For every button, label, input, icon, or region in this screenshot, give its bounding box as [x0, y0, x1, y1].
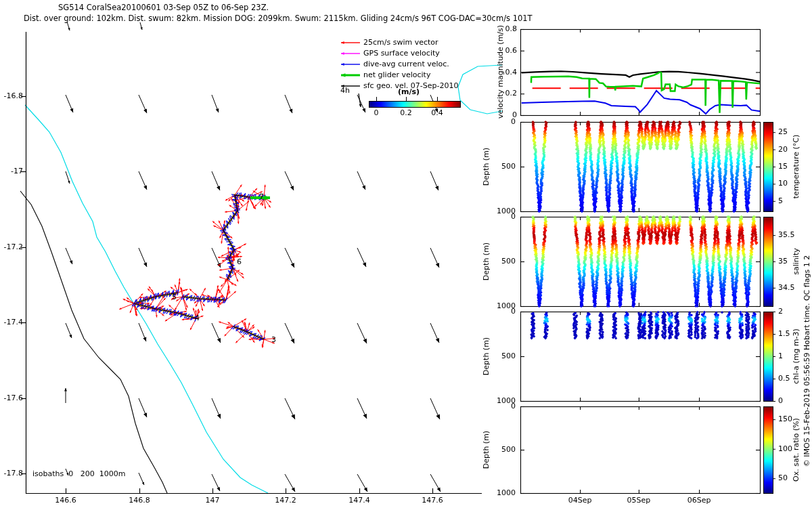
depth-y-tick-label: 0: [497, 308, 516, 316]
map-y-tick-label: -17.8: [1, 469, 23, 478]
depth-y-tick-label: 0: [497, 213, 516, 221]
date-tick-label: 06Sep: [683, 496, 715, 505]
colorbar-tick-label: 35.5: [778, 231, 795, 239]
map-colorbar-tick-label: 0: [366, 109, 386, 117]
depth-y-tick-label: 500: [497, 446, 516, 454]
colorbar-tick-label: 0.5: [778, 375, 790, 383]
colorbar-tick-label: 1.5: [778, 330, 790, 338]
colorbar-tick-label: 0: [778, 397, 783, 405]
map-x-tick-label: 147.2: [267, 496, 304, 505]
map-x-tick-label: 146.8: [121, 496, 158, 505]
map-colorbar-tick-label: 0.2: [396, 109, 416, 117]
dive-number-label: 6: [237, 258, 242, 266]
colorbar-tick-label: 10: [778, 179, 788, 188]
date-tick-label: 04Sep: [564, 496, 596, 505]
glider-mission-figure: SG514 CoralSea20100601 03-Sep 05Z to 06-…: [0, 0, 812, 508]
map-x-tick-label: 146.6: [47, 496, 84, 505]
velocity-y-tick-label: 0.4: [501, 68, 517, 77]
colorbar-tick-label: 5: [778, 197, 783, 205]
colorbar-tick-label: 150: [778, 415, 792, 423]
map-y-tick-label: -17: [1, 167, 23, 175]
colorbar-tick-label: 50: [778, 474, 788, 482]
velocity-y-tick-label: 0.8: [501, 25, 517, 33]
colorbar-tick-label: 2: [778, 308, 783, 316]
chla-depth-axis-label: Depth (m): [482, 337, 491, 375]
dive-number-label: 7: [259, 193, 264, 201]
map-x-tick-label: 147.6: [414, 496, 451, 505]
map-x-tick-label: 147.4: [341, 496, 378, 505]
depth-y-tick-label: 1000: [497, 489, 516, 497]
colorbar-tick-label: 34.5: [778, 284, 795, 292]
map-colorbar-title: (m/s): [398, 88, 420, 96]
date-tick-label: 05Sep: [623, 496, 655, 505]
map-colorbar-tick-label: 0.4: [427, 109, 447, 117]
colorbar-tick-label: 20: [778, 146, 788, 154]
depth-y-tick-label: 500: [497, 163, 516, 171]
isobaths-note: isobaths 0 200 1000m: [32, 470, 125, 478]
salinity-colorbar-label: salinity: [792, 248, 800, 274]
dive-number-label: 5: [172, 293, 177, 301]
map-x-tick-label: 147: [194, 496, 231, 505]
colorbar-tick-label: 15: [778, 163, 788, 171]
colorbar-tick-label: 25: [778, 128, 788, 136]
colorbar-tick-label: 35: [778, 257, 788, 266]
colorbar-tick-label: 1: [778, 352, 783, 360]
figure-title: SG514 CoralSea20100601 03-Sep 05Z to 06-…: [58, 3, 269, 12]
legend-label-dive-avg: dive-avg current veloc.: [363, 60, 449, 68]
velocity-y-tick-label: 0.6: [501, 47, 517, 55]
colorbar-tick-label: 100: [778, 445, 792, 453]
oxygen-depth-axis-label: Depth (m): [482, 431, 491, 469]
legend-label-swim-vector: 25cm/s swim vector: [363, 39, 438, 47]
oxygen-colorbar-label: Ox. sat. ratio (%): [792, 418, 800, 482]
legend-label-net-glider: net glider velocity: [363, 71, 430, 79]
chla-colorbar-label: chl-a (mg m-3): [792, 329, 800, 384]
depth-y-tick-label: 500: [497, 352, 516, 360]
map-y-tick-label: -17.2: [1, 243, 23, 251]
temperature-colorbar-label: temperature (°C): [792, 135, 800, 198]
depth-y-tick-label: 0: [497, 402, 516, 410]
figure-subtitle: Dist. over ground: 102km. Dist. swum: 82…: [24, 14, 533, 22]
map-y-tick-label: -17.6: [1, 394, 23, 402]
depth-y-tick-label: 500: [497, 257, 516, 266]
legend-label-gps-velocity: GPS surface velocity: [363, 49, 440, 58]
time-scale-label: 4h: [340, 87, 350, 95]
dive-number-label: 3: [271, 336, 276, 344]
dive-number-label: 4: [195, 314, 200, 322]
depth-y-tick-label: 0: [497, 118, 516, 126]
map-y-tick-label: -16.8: [1, 92, 23, 100]
salinity-depth-axis-label: Depth (m): [482, 242, 491, 280]
velocity-y-tick-label: 0.2: [501, 89, 517, 98]
map-y-tick-label: -17.4: [1, 318, 23, 326]
temperature-depth-axis-label: Depth (m): [482, 148, 491, 186]
imos-watermark: © IMOS 15-Feb-2019 05:56:59 Hobart time.…: [803, 255, 811, 467]
